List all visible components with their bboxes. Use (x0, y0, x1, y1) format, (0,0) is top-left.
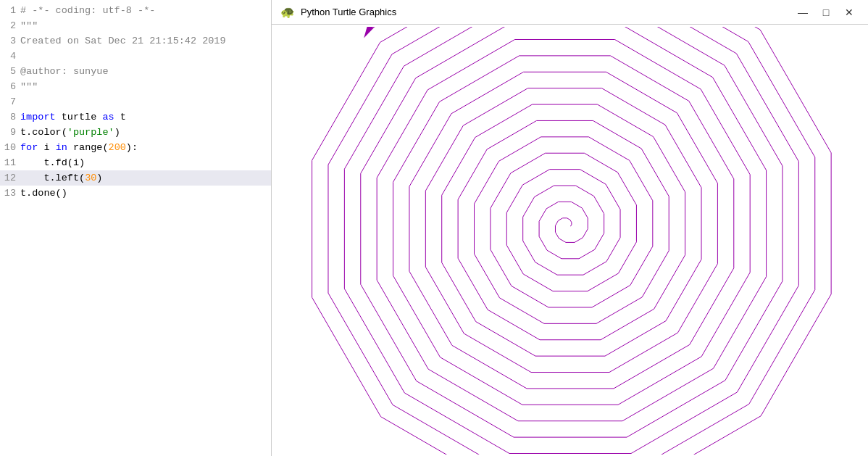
close-button[interactable]: ✕ (839, 5, 859, 20)
minimize-button[interactable]: — (793, 5, 813, 20)
line-content: Created on Sat Dec 21 21:15:42 2019 (20, 33, 271, 49)
code-lines: 1# -*- coding: utf-8 -*-2"""3Created on … (0, 0, 271, 204)
code-line: 2""" (0, 18, 271, 33)
line-number: 11 (0, 155, 16, 170)
line-content: t.left(30) (20, 170, 271, 186)
line-content: """ (20, 18, 271, 33)
code-line: 4 (0, 49, 271, 64)
code-line: 9t.color('purple') (0, 125, 271, 140)
code-line: 8import turtle as t (0, 109, 271, 125)
line-content: for i in range(200): (20, 140, 271, 155)
line-number: 12 (0, 170, 16, 186)
code-line: 13t.done() (0, 186, 271, 201)
turtle-icon: 🐢 (280, 5, 295, 20)
line-number: 13 (0, 186, 16, 201)
line-content: t.fd(i) (20, 155, 271, 170)
turtle-canvas (288, 27, 853, 455)
line-content: import turtle as t (20, 109, 271, 125)
code-line: 1# -*- coding: utf-8 -*- (0, 3, 271, 18)
code-line: 3Created on Sat Dec 21 21:15:42 2019 (0, 33, 271, 49)
line-number: 6 (0, 79, 16, 94)
line-content: # -*- coding: utf-8 -*- (20, 3, 271, 18)
code-line: 11 t.fd(i) (0, 155, 271, 170)
code-line: 7 (0, 94, 271, 109)
line-content: @author: sunyue (20, 64, 271, 79)
turtle-window-title: Python Turtle Graphics (301, 7, 787, 17)
turtle-canvas-wrapper (272, 25, 868, 456)
line-number: 5 (0, 64, 16, 79)
code-line: 10for i in range(200): (0, 140, 271, 155)
line-content: t.done() (20, 186, 271, 201)
line-number: 8 (0, 109, 16, 125)
window-controls: — □ ✕ (793, 5, 859, 20)
line-number: 9 (0, 125, 16, 140)
line-number: 4 (0, 49, 16, 64)
code-line: 6""" (0, 79, 271, 94)
line-number: 10 (0, 140, 16, 155)
line-number: 2 (0, 18, 16, 33)
code-line: 12 t.left(30) (0, 170, 271, 186)
line-content: """ (20, 79, 271, 94)
line-number: 7 (0, 94, 16, 109)
code-line: 5@author: sunyue (0, 64, 271, 79)
code-editor: 1# -*- coding: utf-8 -*-2"""3Created on … (0, 0, 272, 456)
line-content: t.color('purple') (20, 125, 271, 140)
turtle-titlebar: 🐢 Python Turtle Graphics — □ ✕ (272, 0, 868, 25)
line-number: 3 (0, 33, 16, 49)
line-number: 1 (0, 3, 16, 18)
turtle-window: 🐢 Python Turtle Graphics — □ ✕ (272, 0, 868, 456)
maximize-button[interactable]: □ (816, 5, 836, 20)
